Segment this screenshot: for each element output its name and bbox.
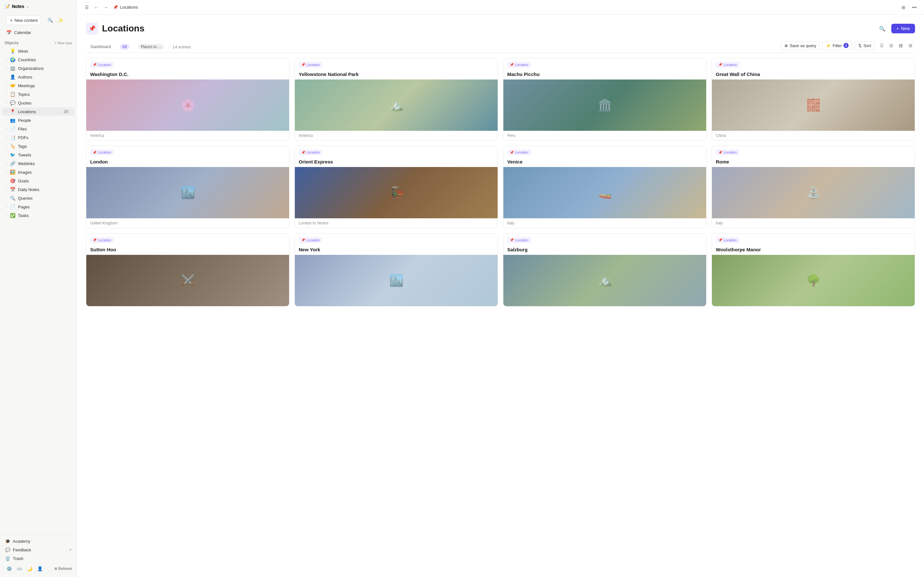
sort-label: Sort — [863, 43, 871, 48]
app-title-row[interactable]: 📝 Notes ⌄ — [0, 0, 77, 13]
sidebar-item-locations[interactable]: › 📍 Locations 20 — [2, 107, 75, 116]
topbar-right: ⊞ ••• — [899, 3, 919, 12]
user-icon[interactable]: 👤 — [35, 564, 44, 573]
sidebar-item-goals[interactable]: › 🎯 Goals — [2, 177, 75, 185]
sidebar-item-feedback[interactable]: 💬 Feedback ↗ — [2, 546, 75, 554]
tab-dashboard[interactable]: Dashboard — [86, 42, 115, 52]
external-link-icon: ↗ — [69, 548, 71, 552]
new-content-button[interactable]: + New content — [6, 15, 41, 25]
sidebar-item-files[interactable]: › 📄 Files — [2, 125, 75, 133]
sidebar-item-ideas[interactable]: › 💡 Ideas — [2, 47, 75, 55]
sidebar-item-quotes[interactable]: › 💬 Quotes — [2, 99, 75, 107]
sidebar-item-countries[interactable]: › 🌍 Countries — [2, 55, 75, 64]
card-great-wall[interactable]: 📌 Location Great Wall of China 🧱 China — [712, 58, 915, 141]
tab-places[interactable]: Places to ... — [134, 41, 168, 53]
organizations-label: Organizations — [18, 66, 44, 71]
keyboard-shortcut-icon[interactable]: ⌨️ — [15, 564, 24, 573]
new-entry-button[interactable]: + New — [891, 24, 915, 33]
content-area: 📌 Locations 🔍 + New Dashboard All Places… — [77, 15, 924, 577]
sidebar-item-pdfs[interactable]: › 📑 PDFs — [2, 133, 75, 142]
view-gallery-button[interactable]: ⊟ — [897, 41, 905, 50]
back-button[interactable]: ← — [92, 3, 101, 12]
topbar-nav: ☰ ← → — [82, 3, 110, 12]
tab-all-badge: All — [120, 44, 129, 50]
sidebar-item-pages[interactable]: › 📄 Pages — [2, 203, 75, 211]
settings-icon[interactable]: ⚙️ — [5, 564, 13, 573]
card-type-badge: 📌 Location — [507, 62, 531, 68]
sidebar-item-academy[interactable]: 🎓 Academy — [2, 537, 75, 546]
card-country: America — [86, 131, 289, 140]
quotes-label: Quotes — [18, 101, 31, 105]
chevron-icon: › — [6, 153, 7, 156]
view-grid-button[interactable]: ⊞ — [887, 41, 896, 50]
topbar-settings-icon[interactable]: ⊞ — [899, 3, 908, 12]
entries-count: 14 entries — [168, 42, 195, 52]
pin-icon: 📌 — [718, 63, 722, 66]
page-search-button[interactable]: 🔍 — [877, 23, 887, 34]
sidebar-item-people[interactable]: › 👥 People — [2, 116, 75, 124]
meetings-icon: 🤝 — [10, 83, 15, 88]
sidebar-item-weblinks[interactable]: › 🔗 Weblinks — [2, 159, 75, 168]
card-image: 🏛️ — [503, 79, 706, 131]
card-sutton[interactable]: 📌 Location Sutton Hoo ⚔️ — [86, 234, 289, 306]
chevron-icon: › — [6, 75, 7, 79]
filter-icon: ⚡ — [826, 43, 831, 48]
locations-label: Locations — [18, 109, 36, 114]
chevron-icon: › — [6, 84, 7, 87]
sidebar-item-calendar[interactable]: 📅 Calendar — [2, 28, 75, 37]
sidebar-item-daily-notes[interactable]: › 📅 Daily Notes — [2, 185, 75, 193]
topbar-more-icon[interactable]: ••• — [910, 3, 919, 12]
save-as-query-button[interactable]: ⊕ Save as query — [781, 41, 820, 50]
card-machu[interactable]: 📌 Location Machu Picchu 🏛️ Peru — [503, 58, 706, 141]
new-type-button[interactable]: + New type — [55, 41, 72, 45]
pin-icon: 📌 — [510, 238, 514, 242]
card-image: 🏔️ — [295, 79, 498, 131]
sort-button[interactable]: ⇅ Sort — [855, 41, 875, 50]
sidebar: 📝 Notes ⌄ + New content 🔍 ✨ 📅 Calendar O… — [0, 0, 77, 577]
sparkle-button[interactable]: ✨ — [56, 16, 65, 25]
chevron-icon: › — [6, 205, 7, 208]
filter-button[interactable]: ⚡ Filter 1 — [822, 41, 852, 50]
tasks-label: Tasks — [18, 213, 29, 218]
files-label: Files — [18, 127, 27, 131]
forward-button[interactable]: → — [102, 3, 110, 12]
chevron-icon: › — [6, 127, 7, 131]
sidebar-item-trash[interactable]: 🗑️ Trash — [2, 554, 75, 563]
sidebar-item-tags[interactable]: › 🏷️ Tags — [2, 142, 75, 150]
view-list-button[interactable]: ☰ — [877, 41, 886, 50]
tab-dashboard-label: Dashboard — [90, 44, 111, 49]
card-london[interactable]: 📌 Location London 🏙️ United Kingdom — [86, 146, 289, 229]
academy-label: Academy — [13, 539, 30, 544]
sidebar-item-authors[interactable]: › 👤 Authors — [2, 73, 75, 81]
sidebar-item-tweets[interactable]: › 🐦 Tweets — [2, 151, 75, 159]
card-washington[interactable]: 📌 Location Washington D.C. 🌸 America — [86, 58, 289, 141]
card-salzburg[interactable]: 📌 Location Salzburg 🏔️ — [503, 234, 706, 306]
tab-all[interactable]: All — [115, 41, 134, 53]
card-header: 📌 Location — [712, 58, 915, 69]
list-view-toggle[interactable]: ☰ — [82, 3, 91, 12]
sidebar-item-images[interactable]: › 🖼️ Images — [2, 168, 75, 176]
sidebar-item-tasks[interactable]: › ✅ Tasks — [2, 211, 75, 219]
card-orient[interactable]: 📌 Location Orient Express 🚂 London to Ve… — [294, 146, 498, 229]
card-yellowstone[interactable]: 📌 Location Yellowstone National Park 🏔️ … — [294, 58, 498, 141]
moon-icon[interactable]: 🌙 — [25, 564, 34, 573]
view-table-button[interactable]: ⊠ — [906, 41, 915, 50]
chevron-icon: › — [6, 162, 7, 165]
sidebar-item-organizations[interactable]: › 🏢 Organizations — [2, 64, 75, 73]
sidebar-item-meetings[interactable]: › 🤝 Meetings — [2, 81, 75, 90]
chevron-icon: › — [6, 58, 7, 61]
sidebar-item-queries[interactable]: › 🔍 Queries — [2, 194, 75, 202]
search-button[interactable]: 🔍 — [45, 16, 55, 25]
tags-icon: 🏷️ — [10, 143, 15, 149]
card-name: Woolsthorpe Manor — [712, 245, 915, 255]
card-venice[interactable]: 📌 Location Venice 🚤 Italy — [503, 146, 706, 229]
card-header: 📌 Location — [503, 234, 706, 245]
sidebar-item-topics[interactable]: › 📋 Topics — [2, 90, 75, 98]
card-type-badge: 📌 Location — [299, 237, 322, 243]
card-image: ⛲ — [712, 167, 915, 218]
card-newyork[interactable]: 📌 Location New York 🏙️ — [294, 234, 498, 306]
card-woolsthorpe[interactable]: 📌 Location Woolsthorpe Manor 🌳 — [712, 234, 915, 306]
pin-icon: 📌 — [93, 63, 97, 66]
card-rome[interactable]: 📌 Location Rome ⛲ Italy — [712, 146, 915, 229]
pin-icon: 📌 — [510, 151, 514, 154]
